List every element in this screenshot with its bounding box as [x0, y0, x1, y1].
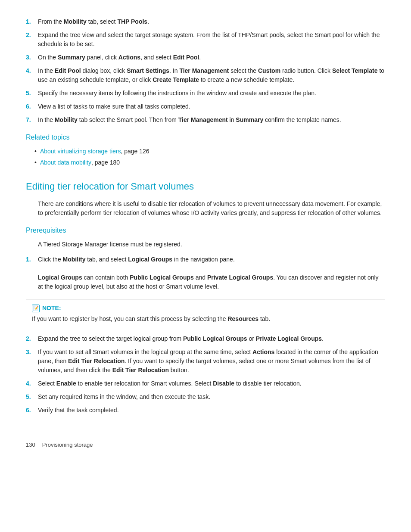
step-num: 6.: [26, 406, 38, 415]
related-topic-item: About virtualizing storage tiers, page 1…: [34, 147, 385, 156]
footer-text: Provisioning storage: [42, 441, 93, 449]
related-topics-section: Related topics About virtualizing storag…: [26, 132, 385, 167]
step-item: 4.Select Enable to enable tier relocatio…: [26, 379, 385, 388]
steps-list-2: 1.Click the Mobility tab, and select Log…: [26, 255, 385, 291]
footer: 130 Provisioning storage: [26, 441, 385, 449]
step-content: From the Mobility tab, select THP Pools.: [38, 17, 385, 26]
related-topics-list: About virtualizing storage tiers, page 1…: [34, 147, 385, 167]
related-topic-suffix: , page 126: [121, 147, 149, 156]
step-num: 7.: [26, 115, 38, 124]
step-content: Verify that the task completed.: [38, 406, 385, 415]
chapter-intro: There are conditions where it is useful …: [26, 199, 385, 218]
step-content: In the Mobility tab select the Smart poo…: [38, 115, 385, 124]
step-content: Expand the tree to select the target log…: [38, 334, 385, 343]
step-num: 5.: [26, 392, 38, 401]
license-text: A Tiered Storage Manager license must be…: [26, 240, 385, 249]
steps-list-3: 2.Expand the tree to select the target l…: [26, 334, 385, 415]
note-icon: 📝: [32, 305, 40, 312]
step-content: On the Summary panel, click Actions, and…: [38, 53, 385, 62]
step-item: 7.In the Mobility tab select the Smart p…: [26, 115, 385, 124]
step-content: Expand the tree view and select the targ…: [38, 31, 385, 49]
step-num: 3.: [26, 348, 38, 375]
step-num: 6.: [26, 102, 38, 111]
steps-list-1: 1.From the Mobility tab, select THP Pool…: [26, 17, 385, 124]
note-label: 📝 NOTE:: [32, 304, 379, 313]
chapter-heading: Editing tier relocation for Smart volume…: [26, 179, 385, 193]
step-item: 1.Click the Mobility tab, and select Log…: [26, 255, 385, 291]
step-content: View a list of tasks to make sure that a…: [38, 102, 385, 111]
step-content: Select Enable to enable tier relocation …: [38, 379, 385, 388]
related-topic-link[interactable]: About data mobility: [40, 158, 91, 167]
related-topic-suffix: , page 180: [91, 158, 120, 167]
step-sub-paragraph: Logical Groups can contain both Public L…: [38, 274, 379, 290]
step-num: 5.: [26, 89, 38, 98]
note-text: If you want to register by host, you can…: [32, 314, 379, 324]
step-item: 1.From the Mobility tab, select THP Pool…: [26, 17, 385, 26]
step-item: 6.Verify that the task completed.: [26, 406, 385, 415]
step-item: 2.Expand the tree view and select the ta…: [26, 31, 385, 49]
step-num: 2.: [26, 334, 38, 343]
step-item: 5.Specify the necessary items by followi…: [26, 89, 385, 98]
step-item: 3.On the Summary panel, click Actions, a…: [26, 53, 385, 62]
step-num: 4.: [26, 379, 38, 388]
prerequisites-heading: Prerequisites: [26, 225, 385, 236]
footer-page-num: 130: [26, 441, 35, 449]
note-label-text: NOTE:: [42, 304, 61, 313]
step-num: 3.: [26, 53, 38, 62]
step-num: 2.: [26, 31, 38, 49]
related-topic-item: About data mobility, page 180: [34, 158, 385, 167]
step-content: Specify the necessary items by following…: [38, 89, 385, 98]
step-content: Set any required items in the window, an…: [38, 392, 385, 401]
note-box: 📝 NOTE: If you want to register by host,…: [26, 299, 385, 328]
step-content: If you want to set all Smart volumes in …: [38, 348, 385, 375]
step-num: 4.: [26, 66, 38, 84]
step-item: 4.In the Edit Pool dialog box, click Sma…: [26, 66, 385, 84]
step-content: Click the Mobility tab, and select Logic…: [38, 255, 385, 291]
step-content: In the Edit Pool dialog box, click Smart…: [38, 66, 385, 84]
step-item: 6.View a list of tasks to make sure that…: [26, 102, 385, 111]
step-item: 2.Expand the tree to select the target l…: [26, 334, 385, 343]
related-topic-link[interactable]: About virtualizing storage tiers: [40, 147, 121, 156]
step-item: 3.If you want to set all Smart volumes i…: [26, 348, 385, 375]
step-num: 1.: [26, 17, 38, 26]
related-topics-heading: Related topics: [26, 132, 385, 143]
step-num: 1.: [26, 255, 38, 291]
step-item: 5.Set any required items in the window, …: [26, 392, 385, 401]
